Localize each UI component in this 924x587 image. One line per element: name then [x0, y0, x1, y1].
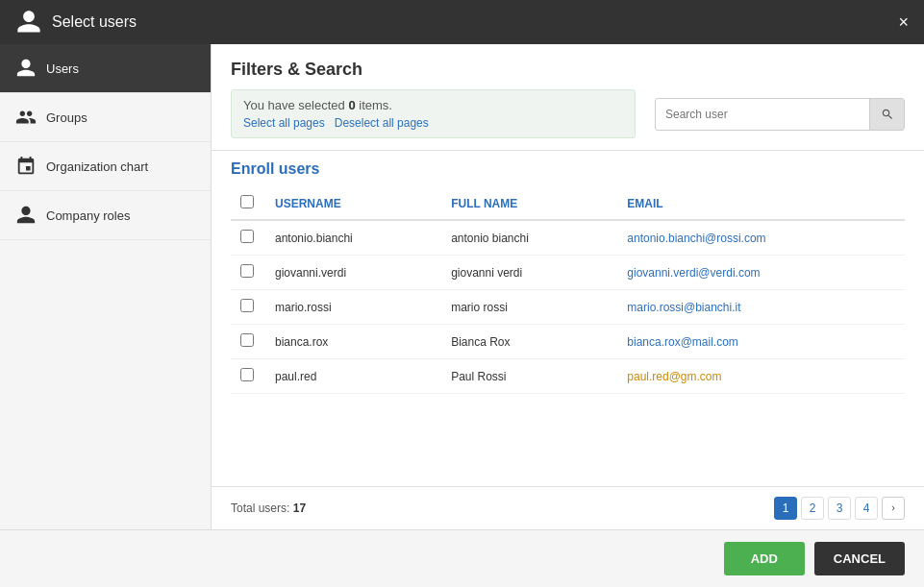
org-chart-icon — [15, 156, 37, 177]
row-checkbox-2[interactable] — [240, 299, 254, 312]
header-checkbox-cell — [231, 187, 265, 220]
table-row: paul.red Paul Rossi paul.red@gm.com — [231, 359, 905, 394]
select-users-modal: Select users × Users Groups — [0, 0, 924, 587]
row-checkbox-4[interactable] — [240, 368, 254, 381]
page-link-1[interactable]: 1 — [774, 497, 797, 520]
page-link-3[interactable]: 3 — [828, 497, 851, 520]
sidebar-item-groups[interactable]: Groups — [0, 93, 211, 142]
selection-info-text: You have selected 0 items. — [243, 98, 623, 112]
selection-info: You have selected 0 items. Select all pa… — [231, 89, 636, 138]
table-row: mario.rossi mario rossi mario.rossi@bian… — [231, 290, 905, 325]
row-checkbox-cell — [231, 290, 265, 325]
row-email: paul.red@gm.com — [617, 359, 905, 394]
modal-body: Users Groups Organization chart Company … — [0, 44, 924, 529]
table-row: giovanni.verdi giovanni verdi giovanni.v… — [231, 256, 905, 290]
row-checkbox-3[interactable] — [240, 333, 254, 347]
select-all-pages-link[interactable]: Select all pages — [243, 116, 325, 130]
cancel-button[interactable]: CANCEL — [814, 542, 905, 575]
sidebar-org-chart-label: Organization chart — [46, 159, 148, 174]
sidebar-company-roles-label: Company roles — [46, 208, 130, 223]
users-icon — [15, 58, 37, 79]
col-fullname: FULL NAME — [441, 187, 617, 220]
pagination: 1234 — [774, 497, 905, 520]
deselect-all-pages-link[interactable]: Deselect all pages — [335, 116, 429, 130]
modal-close-button[interactable]: × — [898, 13, 909, 31]
row-username: antonio.bianchi — [265, 220, 441, 256]
sidebar-item-users[interactable]: Users — [0, 44, 211, 93]
col-username: USERNAME — [265, 187, 441, 220]
search-button[interactable] — [869, 98, 904, 131]
row-fullname: antonio bianchi — [441, 220, 617, 256]
search-input[interactable] — [656, 102, 869, 127]
table-footer: Total users: 17 1234 — [212, 486, 924, 529]
selection-links: Select all pages Deselect all pages — [243, 116, 623, 130]
table-row: antonio.bianchi antonio bianchi antonio.… — [231, 220, 905, 256]
col-email: EMAIL — [617, 187, 905, 220]
add-button[interactable]: ADD — [724, 542, 805, 575]
modal-footer: ADD CANCEL — [0, 529, 924, 587]
sidebar-groups-label: Groups — [46, 110, 87, 125]
modal-header: Select users × — [0, 0, 924, 44]
modal-title: Select users — [52, 13, 137, 31]
modal-header-left: Select users — [15, 9, 137, 36]
groups-icon — [15, 107, 37, 128]
row-checkbox-cell — [231, 359, 265, 394]
row-email: mario.rossi@bianchi.it — [617, 290, 905, 325]
table-row: bianca.rox Bianca Rox bianca.rox@mail.co… — [231, 325, 905, 359]
sidebar: Users Groups Organization chart Company … — [0, 44, 212, 529]
table-header-row: USERNAME FULL NAME EMAIL — [231, 187, 905, 220]
sidebar-item-company-roles[interactable]: Company roles — [0, 191, 211, 240]
user-header-icon — [15, 9, 42, 36]
company-roles-icon — [15, 205, 37, 226]
header-checkbox[interactable] — [240, 195, 254, 208]
table-header: USERNAME FULL NAME EMAIL — [231, 187, 905, 220]
row-email: antonio.bianchi@rossi.com — [617, 220, 905, 256]
total-users: Total users: 17 — [231, 501, 306, 515]
sidebar-users-label: Users — [46, 61, 79, 76]
chevron-right-icon — [888, 503, 898, 513]
enroll-title: Enroll users — [231, 160, 905, 178]
table-body: antonio.bianchi antonio bianchi antonio.… — [231, 220, 905, 394]
row-email: giovanni.verdi@verdi.com — [617, 256, 905, 290]
search-box — [655, 98, 905, 131]
row-fullname: Paul Rossi — [441, 359, 617, 394]
users-table: USERNAME FULL NAME EMAIL antonio.bianchi… — [231, 187, 905, 394]
row-checkbox-cell — [231, 220, 265, 256]
row-checkbox-cell — [231, 256, 265, 290]
filters-title: Filters & Search — [231, 60, 905, 80]
sidebar-item-org-chart[interactable]: Organization chart — [0, 142, 211, 191]
search-icon — [881, 108, 894, 121]
main-content: Filters & Search You have selected 0 ite… — [212, 44, 924, 529]
page-link-4[interactable]: 4 — [855, 497, 878, 520]
row-username: bianca.rox — [265, 325, 441, 359]
row-checkbox-cell — [231, 325, 265, 359]
page-link-2[interactable]: 2 — [801, 497, 824, 520]
row-checkbox-1[interactable] — [240, 264, 254, 278]
row-username: paul.red — [265, 359, 441, 394]
pagination-next[interactable] — [882, 497, 905, 520]
filters-section: Filters & Search You have selected 0 ite… — [212, 44, 924, 151]
row-fullname: Bianca Rox — [441, 325, 617, 359]
row-fullname: mario rossi — [441, 290, 617, 325]
row-username: mario.rossi — [265, 290, 441, 325]
row-checkbox-0[interactable] — [240, 230, 254, 243]
enroll-section: Enroll users USERNAME FULL NAME EMAIL — [212, 151, 924, 486]
row-email: bianca.rox@mail.com — [617, 325, 905, 359]
filters-row: You have selected 0 items. Select all pa… — [231, 89, 905, 138]
row-username: giovanni.verdi — [265, 256, 441, 290]
row-fullname: giovanni verdi — [441, 256, 617, 290]
